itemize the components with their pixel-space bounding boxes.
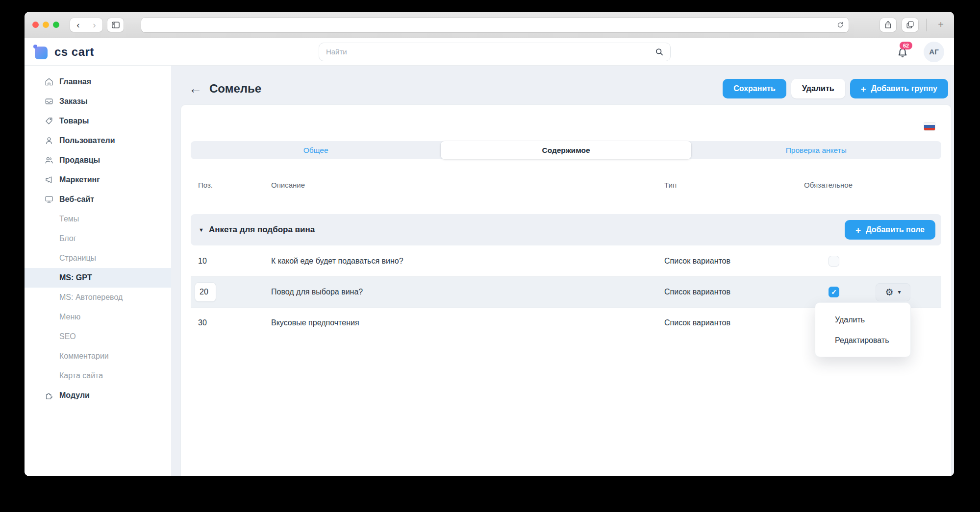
- dropdown-item-edit[interactable]: Редактировать: [835, 334, 910, 347]
- reload-icon[interactable]: [836, 21, 845, 29]
- plus-icon: +: [861, 84, 866, 94]
- plus-icon: +: [855, 225, 861, 235]
- search-icon[interactable]: [654, 47, 664, 57]
- column-header-type: Тип: [664, 181, 804, 189]
- user-icon: [44, 136, 54, 146]
- group-title: Анкета для подбора вина: [209, 225, 315, 235]
- group-header: ▼ Анкета для подбора вина + Добавить пол…: [191, 214, 941, 245]
- address-bar[interactable]: [141, 18, 849, 32]
- add-group-button[interactable]: + Добавить группу: [850, 79, 948, 98]
- cscart-logo-icon: [33, 45, 48, 59]
- sidebar-item-comments[interactable]: Комментарии: [25, 346, 171, 366]
- tabs-bar: Общее Содержимое Проверка анкеты: [191, 141, 941, 159]
- page-header: ← Сомелье Сохранить Удалить + Добавить г…: [181, 73, 951, 105]
- sidebar-item-website[interactable]: Веб-сайт: [25, 190, 171, 209]
- notifications-button[interactable]: 62: [895, 45, 910, 59]
- sidebar-item-label: Комментарии: [59, 352, 109, 361]
- monitor-icon: [44, 195, 54, 204]
- tab-content[interactable]: Содержимое: [441, 141, 691, 159]
- sidebar-item-sitemap[interactable]: Карта сайта: [25, 366, 171, 386]
- zoom-button[interactable]: [53, 22, 59, 28]
- sidebar-item-label: Веб-сайт: [59, 195, 94, 204]
- page-title: Сомелье: [209, 82, 261, 96]
- row-actions-button[interactable]: ⚙ ▾: [876, 283, 910, 301]
- titlebar-divider: [926, 19, 927, 31]
- tab-overview-icon: [905, 20, 915, 29]
- sidebar-item-pages[interactable]: Страницы: [25, 248, 171, 268]
- row-type: Список вариантов: [664, 257, 804, 266]
- row-type: Список вариантов: [664, 318, 804, 327]
- dropdown-item-delete[interactable]: Удалить: [835, 314, 910, 326]
- delete-button[interactable]: Удалить: [791, 79, 845, 98]
- save-button[interactable]: Сохранить: [723, 79, 786, 98]
- sidebar-item-marketing[interactable]: Маркетинг: [25, 170, 171, 190]
- required-checkbox[interactable]: ✓: [829, 256, 839, 267]
- sidebar-item-ms-gpt[interactable]: MS: GPT: [25, 268, 171, 288]
- add-field-button[interactable]: + Добавить поле: [845, 220, 935, 240]
- sidebar-item-themes[interactable]: Темы: [25, 209, 171, 229]
- sidebar-item-vendors[interactable]: Продавцы: [25, 150, 171, 170]
- users-icon: [44, 155, 54, 165]
- new-tab-button[interactable]: +: [932, 19, 949, 30]
- user-avatar[interactable]: АГ: [924, 42, 944, 62]
- cscart-logo-text: cs cart: [54, 45, 94, 59]
- sidebar-item-products[interactable]: Товары: [25, 111, 171, 131]
- tab-survey-check[interactable]: Проверка анкеты: [691, 141, 941, 159]
- sidebar-item-label: Маркетинг: [59, 175, 100, 184]
- back-button[interactable]: ←: [189, 82, 202, 96]
- close-button[interactable]: [32, 22, 39, 28]
- share-button[interactable]: [880, 18, 896, 32]
- sidebar-item-label: Заказы: [59, 97, 88, 106]
- sidebar-item-label: Меню: [59, 313, 80, 321]
- browser-titlebar: ‹ ›: [25, 12, 954, 38]
- minimize-button[interactable]: [43, 22, 49, 28]
- sidebar-item-ms-autotranslate[interactable]: MS: Автоперевод: [25, 288, 171, 307]
- search-input[interactable]: [326, 48, 654, 56]
- sidebar-item-label: Карта сайта: [59, 371, 103, 380]
- sidebar: Главная Заказы Товары Пользователи Прода…: [25, 66, 171, 476]
- sidebar-item-orders[interactable]: Заказы: [25, 92, 171, 111]
- sidebar-item-menu[interactable]: Меню: [25, 307, 171, 327]
- share-icon: [883, 20, 893, 29]
- sidebar-item-label: Блог: [59, 234, 76, 243]
- browser-back-button[interactable]: ‹: [70, 18, 86, 32]
- table-row: 10 К какой еде будет подаваться вино? Сп…: [191, 245, 941, 276]
- tag-icon: [44, 116, 54, 126]
- row-description: К какой еде будет подаваться вино?: [264, 257, 664, 266]
- sidebar-item-dashboard[interactable]: Главная: [25, 72, 171, 92]
- row-description: Повод для выбора вина?: [264, 288, 664, 296]
- sidebar-item-customers[interactable]: Пользователи: [25, 131, 171, 150]
- row-type: Список вариантов: [664, 288, 804, 296]
- browser-forward-button[interactable]: ›: [86, 18, 102, 32]
- nav-button-group: ‹ ›: [70, 18, 102, 32]
- row-position: 30: [191, 318, 264, 327]
- sidebar-item-label: Страницы: [59, 254, 96, 263]
- sidebar-toggle-button[interactable]: [107, 18, 124, 32]
- column-header-required: Обязательное: [804, 181, 941, 189]
- position-input[interactable]: 20: [195, 282, 216, 302]
- global-search: [319, 43, 671, 61]
- cscart-logo[interactable]: cs cart: [33, 45, 94, 59]
- row-position: 10: [191, 257, 264, 266]
- sidebar-item-label: Главная: [59, 77, 91, 86]
- chevron-down-icon: ▾: [898, 289, 901, 295]
- sidebar-item-blog[interactable]: Блог: [25, 229, 171, 248]
- inbox-icon: [44, 97, 54, 106]
- column-header-position: Поз.: [191, 181, 264, 189]
- sidebar-item-seo[interactable]: SEO: [25, 327, 171, 346]
- sidebar-item-label: Продавцы: [59, 156, 100, 165]
- puzzle-icon: [44, 390, 54, 400]
- tab-overview-button[interactable]: [902, 18, 918, 32]
- table-header-row: Поз. Описание Тип Обязательное: [191, 178, 941, 192]
- column-header-description: Описание: [264, 181, 664, 189]
- sidebar-item-label: MS: Автоперевод: [59, 293, 123, 302]
- sidebar-item-label: SEO: [59, 332, 76, 341]
- sidebar-item-addons[interactable]: Модули: [25, 386, 171, 405]
- collapse-caret-icon[interactable]: ▼: [199, 227, 204, 233]
- sidebar-item-label: Модули: [59, 391, 90, 400]
- row-description: Вкусовые предпочтения: [264, 318, 664, 327]
- language-flag-ru-icon[interactable]: [924, 122, 935, 130]
- tab-general[interactable]: Общее: [191, 141, 441, 159]
- sidebar-toggle-icon: [111, 20, 121, 30]
- required-checkbox[interactable]: ✓: [829, 287, 839, 297]
